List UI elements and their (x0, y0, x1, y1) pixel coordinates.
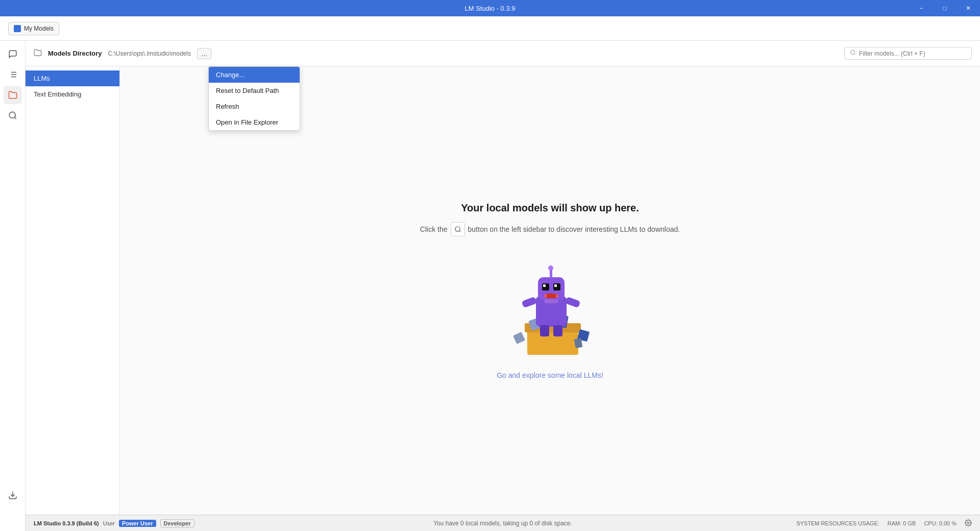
status-left: LM Studio 0.3.9 (Build 6) User Power Use… (34, 519, 194, 527)
models-directory-path: C:\Users\ops\.lmstudio\models (108, 50, 191, 57)
more-options-button[interactable]: ... (197, 48, 211, 59)
close-button[interactable]: ✕ (957, 0, 980, 16)
models-directory-label: Models Directory (48, 50, 102, 57)
svg-point-6 (9, 112, 15, 118)
svg-line-10 (854, 54, 855, 55)
svg-rect-27 (547, 294, 556, 298)
empty-subtitle: Click the button on the left sidebar to … (420, 222, 680, 236)
app-body: My Models (0, 16, 980, 531)
main-content: Your local models will show up here. Cli… (120, 66, 980, 515)
svg-rect-29 (565, 296, 580, 308)
sidebar-icon-download[interactable] (4, 486, 22, 504)
svg-line-7 (14, 117, 16, 118)
app-version-label: LM Studio 0.3.9 (Build 6) (34, 520, 99, 526)
dropdown-reset[interactable]: Reset to Default Path (209, 83, 300, 99)
dropdown-change[interactable]: Change... (209, 67, 300, 83)
svg-rect-33 (513, 332, 525, 344)
sidebar-icons (0, 41, 26, 531)
sidebar-icon-search[interactable] (4, 106, 22, 125)
system-resources-label: SYSTEM RESOURCES USAGE: (796, 520, 879, 526)
app-title: LM Studio - 0.3.9 (465, 5, 516, 12)
minimize-button[interactable]: − (910, 0, 933, 16)
svg-rect-25 (554, 284, 557, 287)
cpu-label: CPU: 0.00 % (924, 520, 957, 526)
category-llms[interactable]: LLMs (26, 70, 119, 86)
svg-line-12 (459, 230, 460, 232)
svg-point-11 (455, 226, 459, 231)
empty-state: Your local models will show up here. Cli… (420, 202, 680, 379)
models-header: Models Directory C:\Users\ops\.lmstudio\… (26, 41, 980, 66)
dropdown-open-explorer[interactable]: Open in File Explorer (209, 114, 300, 130)
titlebar: LM Studio - 0.3.9 − □ ✕ (0, 0, 980, 16)
svg-point-21 (548, 266, 553, 271)
window-controls: − □ ✕ (910, 0, 980, 16)
main-panel: Models Directory C:\Users\ops\.lmstudio\… (26, 41, 980, 531)
ram-label: RAM: 0 GB (888, 520, 916, 526)
svg-rect-32 (544, 299, 558, 303)
svg-rect-22 (542, 283, 549, 291)
more-icon: ... (201, 50, 207, 58)
search-badge (451, 222, 465, 236)
status-right: SYSTEM RESOURCES USAGE: RAM: 0 GB CPU: 0… (796, 519, 972, 527)
dropdown-refresh[interactable]: Refresh (209, 99, 300, 114)
subtitle-pre: Click the (420, 225, 448, 233)
filter-input[interactable] (859, 50, 966, 57)
svg-rect-28 (521, 296, 537, 308)
content-area: Models Directory C:\Users\ops\.lmstudio\… (0, 41, 980, 531)
sidebar-icon-chat[interactable] (4, 45, 22, 63)
status-bar: LM Studio 0.3.9 (Build 6) User Power Use… (26, 515, 980, 531)
sidebar-icon-list[interactable] (4, 65, 22, 84)
filter-search-icon (850, 50, 856, 57)
power-user-badge[interactable]: Power User (119, 520, 156, 527)
gear-icon[interactable] (965, 519, 972, 527)
subtitle-post: button on the left sidebar to discover i… (468, 225, 680, 233)
empty-title: Your local models will show up here. (461, 202, 639, 214)
svg-rect-24 (543, 284, 546, 287)
disk-space-info: You have 0 local models, taking up 0 of … (433, 520, 572, 527)
sidebar-icon-folder[interactable] (4, 86, 22, 104)
explore-link[interactable]: Go and explore some local LLMs! (497, 371, 603, 379)
filter-search-box[interactable] (844, 47, 972, 60)
top-bar: My Models (0, 16, 980, 41)
svg-rect-30 (540, 325, 549, 336)
robot-illustration (499, 253, 601, 355)
developer-badge[interactable]: Developer (160, 519, 194, 527)
user-label: User (103, 520, 115, 526)
svg-rect-31 (553, 325, 562, 336)
panel-body: LLMs Text Embedding Your local models wi… (26, 66, 980, 515)
maximize-button[interactable]: □ (933, 0, 957, 16)
models-icon (14, 25, 21, 32)
category-text-embedding[interactable]: Text Embedding (26, 86, 119, 102)
svg-point-9 (851, 51, 855, 55)
svg-rect-23 (553, 283, 560, 291)
dropdown-menu: Change... Reset to Default Path Refresh … (208, 66, 300, 131)
category-list: LLMs Text Embedding (26, 66, 120, 515)
folder-icon (34, 49, 42, 58)
svg-point-36 (967, 522, 969, 524)
models-count-text: You have 0 local models, taking up 0 of … (433, 520, 572, 527)
my-models-button[interactable]: My Models (8, 22, 59, 35)
my-models-label: My Models (24, 25, 54, 32)
